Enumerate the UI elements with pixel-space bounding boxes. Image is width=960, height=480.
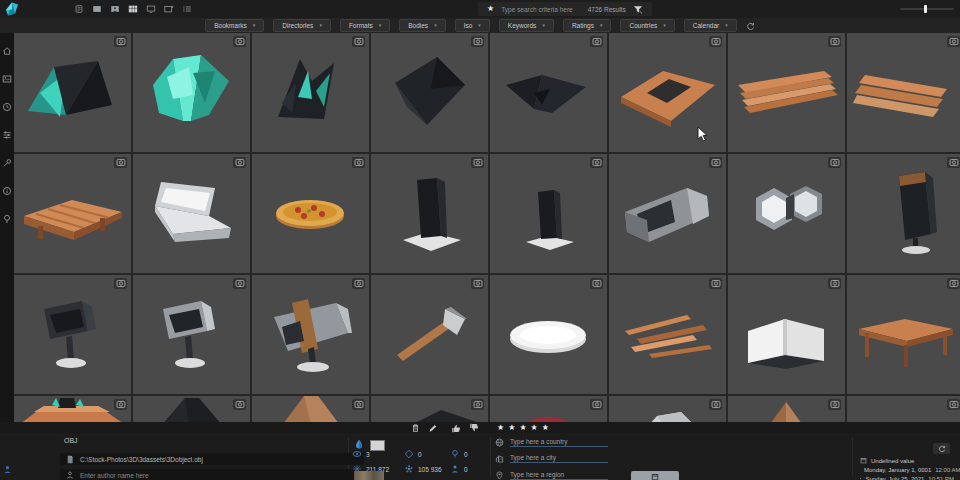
list-view-icon[interactable] [182,4,192,14]
asset-tile-volcano-dark[interactable] [133,396,250,422]
camera-icon[interactable] [947,278,960,289]
filter-button-directories[interactable]: Directories▾ [273,19,331,32]
asset-tile-empty[interactable] [847,396,960,422]
camera-icon[interactable] [233,36,246,47]
camera-icon[interactable] [947,36,960,47]
camera-icon[interactable] [947,399,960,410]
star-icon[interactable]: ★ [542,424,549,432]
asset-tile-spotlight-dark[interactable] [14,275,131,394]
asset-tile-generator[interactable] [609,154,726,273]
asset-tile-speaker[interactable] [847,154,960,273]
date-row-undefined[interactable]: Undefined value [860,457,954,464]
search-input[interactable]: Type search criteria here [501,6,573,13]
asset-tile-volcano-brown[interactable] [252,396,369,422]
search-bar[interactable]: ★ Type search criteria here 4726 Results [478,2,652,16]
camera-icon[interactable] [233,399,246,410]
camera-icon[interactable] [828,157,841,168]
country-field[interactable]: Type here a country [495,438,608,447]
filter-button-calendar[interactable]: Calendar▾ [684,19,737,32]
filter-button-formats[interactable]: Formats▾ [340,19,390,32]
filter-button-countries[interactable]: Countries▾ [620,19,674,32]
camera-icon[interactable] [352,157,365,168]
texture-thumbnail[interactable] [354,471,384,480]
sidebar-item-tools[interactable] [2,154,12,172]
reset-dates-button[interactable] [933,443,950,454]
filter-button-bodies[interactable]: Bodies▾ [399,19,445,32]
camera-icon[interactable] [471,36,484,47]
camera-icon[interactable] [352,278,365,289]
camera-icon[interactable] [233,278,246,289]
asset-tile-open-book[interactable] [728,275,845,394]
asset-tile-open-box[interactable] [133,154,250,273]
camera-icon[interactable] [709,399,722,410]
star-icon[interactable]: ★ [531,424,538,432]
asset-tile-mound-crystals[interactable] [14,396,131,422]
star-rating[interactable]: ★★★★★ [497,424,549,432]
camera-icon[interactable] [709,36,722,47]
asset-tile-monolith[interactable] [371,154,488,273]
sidebar-item-idea[interactable] [2,210,12,228]
camera-icon[interactable] [709,157,722,168]
author-field[interactable]: Enter author name here [60,469,364,480]
filter-button-keywords[interactable]: Keywords▾ [499,19,554,32]
filter-funnel-icon[interactable] [633,0,643,18]
sidebar-item-home[interactable] [2,42,12,60]
camera-icon[interactable] [114,399,127,410]
camera-icon[interactable] [590,278,603,289]
camera-icon[interactable] [233,157,246,168]
sidebar-item-history[interactable] [2,98,12,116]
asset-tile-crystal-flower[interactable] [133,33,250,152]
star-icon[interactable]: ★ [519,424,526,432]
camera-icon[interactable] [352,36,365,47]
camera-icon[interactable] [471,278,484,289]
document-view-icon[interactable] [74,4,84,14]
asset-tile-wood-table[interactable] [847,275,960,394]
camera-icon[interactable] [352,399,365,410]
asset-tile-black-leaf[interactable] [252,33,369,152]
asset-tile-red-disc[interactable] [490,396,607,422]
star-icon[interactable]: ★ [497,424,504,432]
camera-icon[interactable] [828,278,841,289]
grid-view-icon[interactable] [128,4,138,14]
camera-icon[interactable] [590,157,603,168]
camera-icon[interactable] [471,157,484,168]
camera-icon[interactable] [471,399,484,410]
asset-tile-spotlight-grey[interactable] [133,275,250,394]
asset-tile-cloth-white[interactable] [609,396,726,422]
camera-icon[interactable] [947,157,960,168]
asset-tile-bat-wings[interactable] [490,33,607,152]
filter-button-ratings[interactable]: Ratings▾ [563,19,612,32]
sidebar-item-gallery[interactable] [2,70,12,88]
asset-tile-wood-pallet[interactable] [14,154,131,273]
region-field[interactable]: Type here a region [495,471,608,480]
asset-tile-origami-bird[interactable] [14,33,131,152]
refresh-filters-icon[interactable] [746,17,755,35]
slider-handle[interactable] [924,5,927,13]
image-star-view-icon[interactable] [164,4,174,14]
camera-icon[interactable] [114,278,127,289]
asset-tile-wood-planks-angled[interactable] [847,33,960,152]
search-star-icon[interactable]: ★ [487,5,494,13]
asset-tile-wood-planks[interactable] [728,33,845,152]
camera-icon[interactable] [114,36,127,47]
asset-tile-dish[interactable] [490,275,607,394]
footer-action-button[interactable] [631,471,679,480]
date-row-created[interactable]: Monday, January 1, 0001 12:00 AM [860,466,954,473]
sidebar-item-filters[interactable] [2,126,12,144]
asset-tile-folded-paper[interactable] [371,33,488,152]
asset-tile-wood-sticks[interactable] [609,275,726,394]
portrait-view-icon[interactable] [110,4,120,14]
screen-view-icon[interactable] [146,4,156,14]
camera-icon[interactable] [828,399,841,410]
camera-icon[interactable] [590,399,603,410]
filter-button-iso[interactable]: Iso▾ [455,19,490,32]
filter-button-bookmarks[interactable]: Bookmarks▾ [205,19,264,32]
asset-tile-axe[interactable] [371,275,488,394]
sidebar-item-info[interactable] [2,182,12,200]
date-row-modified[interactable]: Sunday, July 25, 2021 10:51 PM [860,475,954,480]
asset-tile-cone-brown[interactable] [728,396,845,422]
camera-icon[interactable] [114,157,127,168]
city-field[interactable]: Type here a city [495,454,608,463]
star-icon[interactable]: ★ [508,424,515,432]
asset-tile-monolith-small[interactable] [490,154,607,273]
